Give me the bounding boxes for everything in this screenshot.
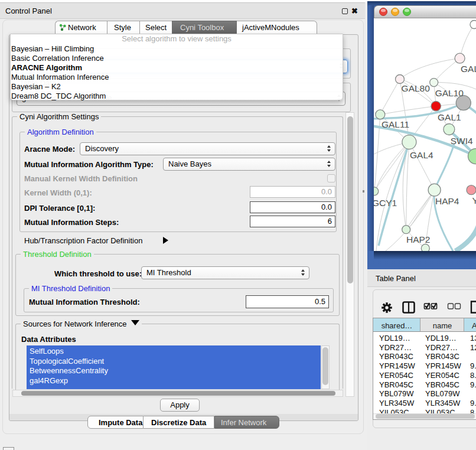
svg-text:GCY1: GCY1 xyxy=(374,198,397,208)
svg-text:GAL4: GAL4 xyxy=(410,150,433,160)
svg-text:HAP4: HAP4 xyxy=(435,196,459,206)
svg-text:GAL11: GAL11 xyxy=(382,119,409,129)
svg-text:GAL8: GAL8 xyxy=(461,64,476,74)
svg-text:GAL10: GAL10 xyxy=(435,88,464,98)
svg-text:HAP2: HAP2 xyxy=(406,234,431,244)
svg-text:SWI4: SWI4 xyxy=(451,136,473,146)
svg-text:GAL1: GAL1 xyxy=(438,112,461,122)
svg-text:GAL80: GAL80 xyxy=(402,83,431,93)
svg-text:Y: Y xyxy=(472,195,476,206)
